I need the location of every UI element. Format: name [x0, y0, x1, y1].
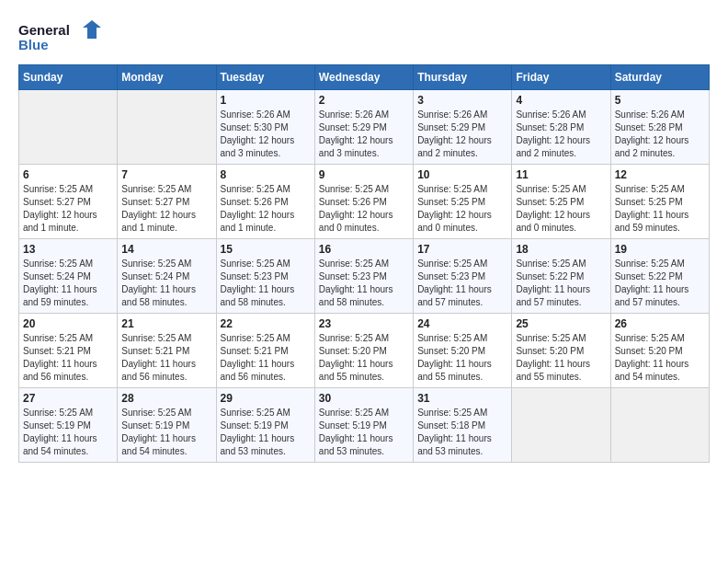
day-info: Sunrise: 5:26 AMSunset: 5:30 PMDaylight:…: [221, 109, 311, 160]
calendar-cell: [512, 388, 610, 463]
calendar-cell: [118, 90, 216, 165]
day-number: 10: [417, 168, 507, 181]
day-number: 19: [615, 243, 705, 256]
day-number: 3: [417, 94, 507, 107]
day-number: 26: [615, 317, 705, 330]
day-info: Sunrise: 5:25 AMSunset: 5:21 PMDaylight:…: [121, 332, 211, 384]
day-info: Sunrise: 5:25 AMSunset: 5:22 PMDaylight:…: [516, 258, 606, 309]
day-number: 28: [121, 392, 211, 405]
weekday-header-monday: Monday: [118, 65, 216, 90]
calendar-cell: 10Sunrise: 5:25 AMSunset: 5:25 PMDayligh…: [414, 165, 512, 239]
day-info: Sunrise: 5:25 AMSunset: 5:20 PMDaylight:…: [319, 332, 409, 384]
calendar-cell: 22Sunrise: 5:25 AMSunset: 5:21 PMDayligh…: [216, 314, 314, 388]
day-number: 5: [615, 94, 705, 107]
svg-text:Blue: Blue: [18, 37, 49, 52]
day-number: 31: [417, 392, 507, 405]
day-info: Sunrise: 5:25 AMSunset: 5:24 PMDaylight:…: [121, 258, 211, 309]
day-info: Sunrise: 5:25 AMSunset: 5:27 PMDaylight:…: [23, 183, 113, 235]
calendar-cell: 24Sunrise: 5:25 AMSunset: 5:20 PMDayligh…: [414, 314, 512, 388]
calendar-cell: 13Sunrise: 5:25 AMSunset: 5:24 PMDayligh…: [19, 239, 118, 314]
day-number: 17: [417, 243, 507, 256]
calendar-cell: 17Sunrise: 5:25 AMSunset: 5:23 PMDayligh…: [414, 239, 512, 314]
day-info: Sunrise: 5:25 AMSunset: 5:26 PMDaylight:…: [319, 183, 409, 235]
day-info: Sunrise: 5:26 AMSunset: 5:28 PMDaylight:…: [615, 109, 705, 160]
calendar-cell: 1Sunrise: 5:26 AMSunset: 5:30 PMDaylight…: [216, 90, 314, 165]
calendar-cell: 20Sunrise: 5:25 AMSunset: 5:21 PMDayligh…: [19, 314, 118, 388]
calendar-cell: 23Sunrise: 5:25 AMSunset: 5:20 PMDayligh…: [314, 314, 413, 388]
calendar-week-row: 13Sunrise: 5:25 AMSunset: 5:24 PMDayligh…: [19, 239, 710, 314]
day-number: 6: [23, 168, 113, 181]
calendar-cell: 16Sunrise: 5:25 AMSunset: 5:23 PMDayligh…: [314, 239, 413, 314]
day-number: 16: [319, 243, 409, 256]
day-number: 4: [516, 94, 606, 107]
day-number: 8: [221, 168, 311, 181]
day-info: Sunrise: 5:25 AMSunset: 5:19 PMDaylight:…: [221, 407, 311, 458]
calendar-week-row: 1Sunrise: 5:26 AMSunset: 5:30 PMDaylight…: [19, 90, 710, 165]
calendar-cell: [610, 388, 709, 463]
calendar-week-row: 6Sunrise: 5:25 AMSunset: 5:27 PMDaylight…: [19, 165, 710, 239]
day-info: Sunrise: 5:25 AMSunset: 5:19 PMDaylight:…: [23, 407, 113, 458]
day-number: 12: [615, 168, 705, 181]
day-info: Sunrise: 5:25 AMSunset: 5:19 PMDaylight:…: [121, 407, 211, 458]
weekday-header-saturday: Saturday: [610, 65, 709, 90]
calendar-cell: 12Sunrise: 5:25 AMSunset: 5:25 PMDayligh…: [610, 165, 709, 239]
day-number: 24: [417, 317, 507, 330]
day-number: 25: [516, 317, 606, 330]
calendar-week-row: 27Sunrise: 5:25 AMSunset: 5:19 PMDayligh…: [19, 388, 710, 463]
calendar-cell: 15Sunrise: 5:25 AMSunset: 5:23 PMDayligh…: [216, 239, 314, 314]
svg-marker-2: [83, 20, 101, 39]
day-number: 11: [516, 168, 606, 181]
day-number: 29: [221, 392, 311, 405]
day-info: Sunrise: 5:25 AMSunset: 5:25 PMDaylight:…: [417, 183, 507, 235]
day-number: 14: [121, 243, 211, 256]
calendar-cell: 3Sunrise: 5:26 AMSunset: 5:29 PMDaylight…: [414, 90, 512, 165]
day-info: Sunrise: 5:25 AMSunset: 5:25 PMDaylight:…: [615, 183, 705, 235]
day-number: 30: [319, 392, 409, 405]
calendar-cell: 25Sunrise: 5:25 AMSunset: 5:20 PMDayligh…: [512, 314, 610, 388]
calendar-cell: 5Sunrise: 5:26 AMSunset: 5:28 PMDaylight…: [610, 90, 709, 165]
calendar-cell: 8Sunrise: 5:25 AMSunset: 5:26 PMDaylight…: [216, 165, 314, 239]
day-number: 2: [319, 94, 409, 107]
page-header: General Blue: [18, 18, 710, 55]
day-number: 9: [319, 168, 409, 181]
svg-text:General: General: [18, 22, 70, 38]
day-info: Sunrise: 5:25 AMSunset: 5:25 PMDaylight:…: [516, 183, 606, 235]
day-number: 15: [221, 243, 311, 256]
weekday-header-sunday: Sunday: [19, 65, 118, 90]
day-number: 21: [121, 317, 211, 330]
day-number: 22: [221, 317, 311, 330]
calendar-cell: 26Sunrise: 5:25 AMSunset: 5:20 PMDayligh…: [610, 314, 709, 388]
calendar-cell: 4Sunrise: 5:26 AMSunset: 5:28 PMDaylight…: [512, 90, 610, 165]
logo-svg: General Blue: [18, 18, 101, 55]
calendar-table: SundayMondayTuesdayWednesdayThursdayFrid…: [18, 64, 710, 463]
day-info: Sunrise: 5:26 AMSunset: 5:29 PMDaylight:…: [417, 109, 507, 160]
day-number: 20: [23, 317, 113, 330]
day-info: Sunrise: 5:26 AMSunset: 5:29 PMDaylight:…: [319, 109, 409, 160]
calendar-cell: 7Sunrise: 5:25 AMSunset: 5:27 PMDaylight…: [118, 165, 216, 239]
day-info: Sunrise: 5:25 AMSunset: 5:26 PMDaylight:…: [221, 183, 311, 235]
day-info: Sunrise: 5:25 AMSunset: 5:21 PMDaylight:…: [221, 332, 311, 384]
calendar-cell: 18Sunrise: 5:25 AMSunset: 5:22 PMDayligh…: [512, 239, 610, 314]
weekday-header-row: SundayMondayTuesdayWednesdayThursdayFrid…: [19, 65, 710, 90]
weekday-header-thursday: Thursday: [414, 65, 512, 90]
calendar-cell: 21Sunrise: 5:25 AMSunset: 5:21 PMDayligh…: [118, 314, 216, 388]
calendar-cell: 9Sunrise: 5:25 AMSunset: 5:26 PMDaylight…: [314, 165, 413, 239]
day-info: Sunrise: 5:25 AMSunset: 5:21 PMDaylight:…: [23, 332, 113, 384]
day-number: 18: [516, 243, 606, 256]
calendar-body: 1Sunrise: 5:26 AMSunset: 5:30 PMDaylight…: [19, 90, 710, 463]
day-info: Sunrise: 5:26 AMSunset: 5:28 PMDaylight:…: [516, 109, 606, 160]
day-number: 7: [121, 168, 211, 181]
calendar-cell: 31Sunrise: 5:25 AMSunset: 5:18 PMDayligh…: [414, 388, 512, 463]
calendar-week-row: 20Sunrise: 5:25 AMSunset: 5:21 PMDayligh…: [19, 314, 710, 388]
calendar-cell: [19, 90, 118, 165]
weekday-header-wednesday: Wednesday: [314, 65, 413, 90]
day-info: Sunrise: 5:25 AMSunset: 5:18 PMDaylight:…: [417, 407, 507, 458]
day-info: Sunrise: 5:25 AMSunset: 5:23 PMDaylight:…: [319, 258, 409, 309]
calendar-cell: 19Sunrise: 5:25 AMSunset: 5:22 PMDayligh…: [610, 239, 709, 314]
day-info: Sunrise: 5:25 AMSunset: 5:24 PMDaylight:…: [23, 258, 113, 309]
calendar-cell: 6Sunrise: 5:25 AMSunset: 5:27 PMDaylight…: [19, 165, 118, 239]
calendar-header: SundayMondayTuesdayWednesdayThursdayFrid…: [19, 65, 710, 90]
calendar-cell: 14Sunrise: 5:25 AMSunset: 5:24 PMDayligh…: [118, 239, 216, 314]
calendar-cell: 30Sunrise: 5:25 AMSunset: 5:19 PMDayligh…: [314, 388, 413, 463]
day-info: Sunrise: 5:25 AMSunset: 5:19 PMDaylight:…: [319, 407, 409, 458]
